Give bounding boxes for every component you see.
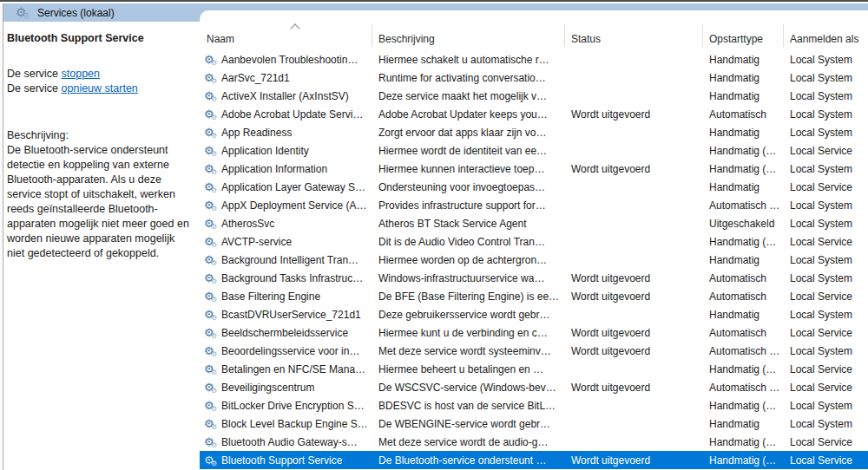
service-logon-as-cell: Local System: [784, 199, 868, 212]
service-startup-type-cell: Handmatig: [703, 90, 784, 102]
service-logon-as-cell: Local Service: [784, 236, 868, 248]
service-name: Application Layer Gateway S…: [221, 181, 365, 193]
service-description-cell: Hiermee worden op de achtergron…: [372, 254, 565, 266]
service-name: AppX Deployment Service (A…: [221, 199, 366, 212]
service-row[interactable]: ⚙⚙ AarSvc_721d1 Runtime for activating c…: [200, 69, 868, 87]
service-gear-icon: ⚙⚙: [204, 272, 220, 285]
service-logon-as-cell: Local Service: [784, 327, 868, 339]
service-row[interactable]: ⚙⚙ Beeldschermbeleidsservice Hiermee kun…: [200, 323, 868, 342]
service-logon-as-cell: Local System: [784, 218, 868, 230]
service-row[interactable]: ⚙⚙ Application Identity Hiermee wordt de…: [200, 141, 868, 160]
service-name: Base Filtering Engine: [221, 290, 320, 303]
service-row[interactable]: ⚙⚙ Background Tasks Infrastruc… Windows-…: [200, 269, 868, 287]
service-description-cell: Windows-infrastructuurservice wa…: [372, 272, 565, 284]
service-startup-type-cell: Automatisch …: [703, 345, 784, 357]
service-gear-icon: ⚙⚙: [204, 290, 220, 304]
service-name: Application Information: [221, 163, 327, 175]
service-description-cell: Hiermee beheert u betalingen en …: [372, 363, 565, 375]
service-name: AtherosSvc: [221, 218, 274, 230]
service-row[interactable]: ⚙⚙ AppX Deployment Service (A… Provides …: [200, 196, 868, 214]
service-description-cell: De Bluetooth-service ondersteunt …: [372, 454, 565, 467]
service-gear-icon: ⚙⚙: [204, 236, 220, 249]
service-row[interactable]: ⚙⚙ Application Layer Gateway S… Onderste…: [200, 178, 868, 196]
service-logon-as-cell: Local System: [784, 309, 868, 321]
service-gear-icon: ⚙⚙: [204, 254, 220, 267]
service-description-cell: Adobe Acrobat Updater keeps you…: [372, 108, 565, 121]
service-row[interactable]: ⚙⚙ Betalingen en NFC/SE Mana… Hiermee be…: [200, 360, 868, 378]
services-rows: ⚙⚙ Aanbevolen Troubleshootin… Hiermee sc…: [200, 50, 868, 470]
service-gear-icon: ⚙⚙: [204, 72, 220, 85]
service-logon-as-cell: Local System: [784, 90, 868, 102]
service-description-cell: Dit is de Audio Video Control Tran…: [372, 236, 565, 248]
service-status-cell: Wordt uitgevoerd: [565, 108, 703, 121]
service-row[interactable]: ⚙⚙ ActiveX Installer (AxInstSV) Deze ser…: [200, 87, 868, 105]
service-startup-type-cell: Automatisch …: [703, 382, 784, 394]
service-row[interactable]: ⚙⚙ AtherosSvc Atheros BT Stack Service A…: [200, 214, 868, 232]
column-header-naam[interactable]: Naam: [200, 10, 372, 50]
service-logon-as-cell: Local Service: [784, 363, 868, 375]
restart-service-link[interactable]: opnieuw starten: [62, 82, 138, 95]
service-name: Block Level Backup Engine S…: [221, 418, 368, 430]
service-description-cell: De BFE (Base Filtering Engine) is ee…: [372, 290, 565, 303]
service-row[interactable]: ⚙⚙ Aanbevolen Troubleshootin… Hiermee sc…: [200, 50, 868, 69]
service-gear-icon: ⚙⚙: [204, 454, 220, 467]
service-row[interactable]: ⚙⚙ AVCTP-service Dit is de Audio Video C…: [200, 232, 868, 251]
service-row[interactable]: ⚙⚙ Adobe Acrobat Update Servi… Adobe Acr…: [200, 105, 868, 123]
column-label: Beschrijving: [378, 33, 435, 45]
service-status-cell: Wordt uitgevoerd: [565, 382, 703, 394]
services-list-panel: Naam Beschrijving Status Opstarttype Aan…: [200, 10, 868, 470]
service-name: Bluetooth Support Service: [221, 454, 342, 467]
service-name: BitLocker Drive Encryption S…: [221, 400, 365, 412]
service-startup-type-cell: Automatisch: [703, 108, 784, 121]
service-status-cell: Wordt uitgevoerd: [565, 345, 703, 357]
stop-service-link[interactable]: stoppen: [62, 68, 100, 80]
service-gear-icon: ⚙⚙: [204, 145, 220, 158]
service-startup-type-cell: Handmatig: [703, 254, 784, 266]
list-column-headers: Naam Beschrijving Status Opstarttype Aan…: [200, 10, 868, 50]
service-logon-as-cell: Local System: [784, 272, 868, 284]
column-header-beschrijving[interactable]: Beschrijving: [372, 10, 565, 50]
stop-prefix-text: De service: [7, 68, 62, 80]
service-row[interactable]: ⚙⚙ Beoordelingsservice voor in… Met deze…: [200, 342, 868, 360]
service-name: BcastDVRUserService_721d1: [221, 309, 361, 321]
service-gear-icon: ⚙⚙: [204, 436, 220, 449]
service-row[interactable]: ⚙⚙ App Readiness Zorgt ervoor dat apps k…: [200, 123, 868, 141]
service-logon-as-cell: Local Service: [784, 454, 868, 467]
service-name: Application Identity: [221, 145, 309, 157]
service-gear-icon: ⚙⚙: [204, 163, 220, 176]
sort-ascending-icon: [290, 23, 299, 33]
column-label: Opstarttype: [709, 33, 763, 45]
service-gear-icon: ⚙⚙: [204, 327, 220, 340]
service-logon-as-cell: Local Service: [784, 290, 868, 303]
column-header-status[interactable]: Status: [565, 10, 703, 50]
service-gear-icon: ⚙⚙: [204, 181, 220, 194]
service-logon-as-cell: Local Service: [784, 382, 868, 394]
service-row[interactable]: ⚙⚙ Block Level Backup Engine S… De WBENG…: [200, 415, 868, 433]
service-row[interactable]: ⚙⚙ Bluetooth Audio Gateway-s… Met deze s…: [200, 433, 868, 451]
service-row[interactable]: ⚙⚙ Beveiligingscentrum De WSCSVC-service…: [200, 378, 868, 396]
service-description-cell: Deze gebruikersservice wordt gebr…: [372, 309, 565, 321]
service-row[interactable]: ⚙⚙ Application Information Hiermee kunne…: [200, 160, 868, 178]
service-row[interactable]: ⚙⚙ BitLocker Drive Encryption S… BDESVC …: [200, 396, 868, 415]
extended-view-sidebar: Bluetooth Support Service De service sto…: [3, 22, 200, 470]
service-description-cell: Hiermee kunt u de verbinding en c…: [372, 327, 565, 339]
column-label: Status: [571, 33, 601, 45]
service-startup-type-cell: Handmatig: [703, 127, 784, 139]
service-status-cell: Wordt uitgevoerd: [565, 290, 703, 303]
service-row[interactable]: ⚙⚙ Background Intelligent Tran… Hiermee …: [200, 251, 868, 269]
service-description-cell: Hiermee schakelt u automatische r…: [372, 54, 565, 66]
service-status-cell: Wordt uitgevoerd: [565, 327, 703, 339]
column-header-opstarttype[interactable]: Opstarttype: [703, 10, 784, 50]
service-gear-icon: ⚙⚙: [204, 309, 220, 322]
service-gear-icon: ⚙⚙: [204, 54, 220, 67]
service-gear-icon: ⚙⚙: [204, 382, 220, 395]
column-header-aanmelden-als[interactable]: Aanmelden als: [784, 10, 868, 50]
service-description-cell: Zorgt ervoor dat apps klaar zijn vo…: [372, 127, 565, 139]
service-logon-as-cell: Local System: [784, 163, 868, 175]
service-row[interactable]: ⚙⚙ Base Filtering Engine De BFE (Base Fi…: [200, 287, 868, 305]
restart-prefix-text: De service: [7, 82, 62, 95]
service-row[interactable]: ⚙⚙ Bluetooth Support Service De Bluetoot…: [200, 451, 868, 469]
service-description-cell: Met deze service wordt de audio-g…: [372, 436, 565, 448]
service-row[interactable]: ⚙⚙ BcastDVRUserService_721d1 Deze gebrui…: [200, 305, 868, 323]
service-gear-icon: ⚙⚙: [204, 418, 220, 431]
